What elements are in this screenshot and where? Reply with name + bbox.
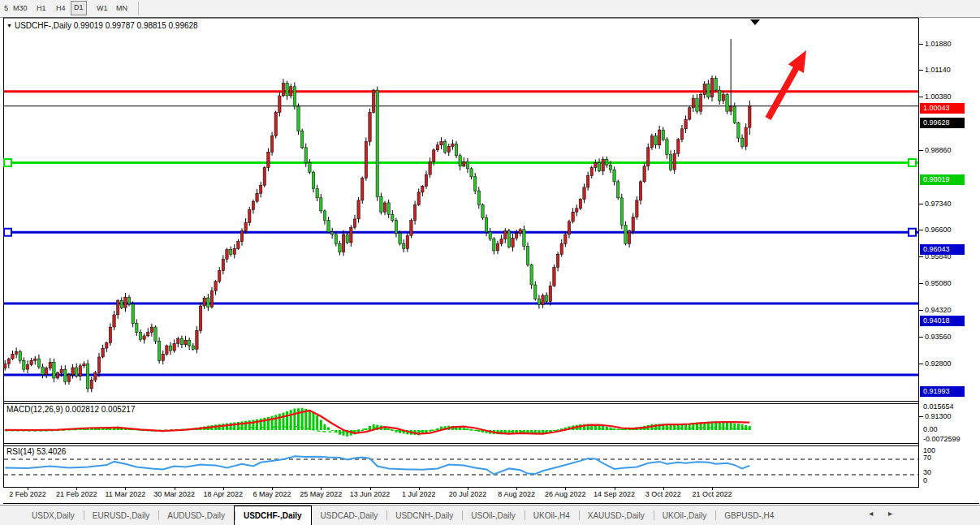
price-tick-mark [919, 230, 923, 230]
price-tick-mark [919, 416, 923, 417]
price-tick-label: 0.97340 [925, 200, 952, 208]
chart-title: ▼USDCHF-,Daily 0.99019 0.99787 0.98815 0… [6, 21, 198, 30]
price-tick-mark [919, 70, 923, 71]
chart-tab-gbpusd[interactable]: GBPUSD-,H4 [715, 506, 783, 525]
date-label: 30 Mar 2022 [153, 490, 195, 498]
macd-scale-label: 0.00 [923, 425, 938, 433]
price-badge-0.98019: 0.98019 [920, 174, 965, 185]
chart-tab-usdcnh[interactable]: USDCNH-,Daily [386, 506, 462, 525]
tab-scroll-arrows[interactable]: ◂ ▸ [869, 509, 899, 518]
date-label: 13 Jun 2022 [350, 490, 391, 498]
price-tick-label: 0.98860 [925, 146, 952, 154]
rsi-indicator-label: RSI(14) 53.4026 [6, 447, 66, 456]
chart-tab-ukoil[interactable]: UKOil-,H4 [525, 506, 579, 525]
price-tick-mark [919, 256, 923, 257]
chart-tab-bar: USDX,DailyEURUSD-,DailyAUDUSD-,DailyUSDC… [0, 505, 980, 525]
price-badge-0.99628: 0.99628 [920, 118, 965, 128]
price-tick-label: 0.96600 [925, 226, 952, 234]
hline-handle-left[interactable] [4, 159, 11, 166]
rsi-scale-label: 70 [923, 454, 931, 462]
chart-canvas[interactable] [0, 17, 980, 504]
price-tick-mark [919, 364, 923, 364]
price-tick-label: 1.00380 [925, 93, 952, 101]
timeframe-button-m30[interactable]: M30 [11, 2, 30, 15]
date-label: 18 Apr 2022 [204, 490, 244, 498]
chart-tab-usoil[interactable]: USOil-,Daily [462, 506, 524, 525]
price-badge-0.96043: 0.96043 [920, 244, 965, 255]
chart-tab-audusd[interactable]: AUDUSD-,Daily [158, 506, 234, 525]
rsi-scale-label: 0 [923, 476, 927, 484]
price-tick-mark [919, 44, 923, 45]
price-tick-mark [919, 204, 923, 204]
chart-tab-usdcad[interactable]: USDCAD-,Daily [312, 506, 387, 525]
toolbar-separator [138, 2, 139, 15]
timeframe-button-5[interactable]: 5 [2, 2, 11, 15]
date-label: 2 Feb 2022 [9, 490, 46, 498]
date-label: 25 May 2022 [300, 490, 342, 498]
mt4-terminal-window: { "toolbar": { "timeframes": [ {"label":… [0, 0, 980, 525]
price-tick-label: 1.01880 [925, 40, 952, 48]
price-badge-1.00043: 1.00043 [920, 103, 965, 114]
date-label: 26 Aug 2022 [545, 490, 586, 498]
hline-handle-right[interactable] [909, 159, 916, 166]
timeframe-button-w1[interactable]: W1 [94, 2, 110, 15]
hline-handle-left[interactable] [4, 229, 11, 236]
symbol-dropdown-icon[interactable]: ▼ [6, 23, 12, 28]
price-badge-0.91993: 0.91993 [920, 386, 965, 397]
price-tick-label: 0.92800 [925, 359, 952, 368]
price-tick-label: 0.91300 [925, 412, 952, 420]
chart-tab-ukoil[interactable]: UKOil-,Daily [654, 506, 715, 525]
hline-0.96043[interactable] [4, 229, 918, 236]
price-tick-mark [919, 97, 923, 97]
chart-title-text: USDCHF-,Daily 0.99019 0.99787 0.98815 0.… [15, 21, 198, 30]
timeframe-toolbar: 5M30H1H4D1W1MN [0, 0, 980, 18]
timeframe-button-d1[interactable]: D1 [71, 1, 87, 15]
price-tick-label: 1.01140 [925, 66, 951, 74]
price-tick-label: 0.93560 [925, 333, 952, 341]
price-tick-mark [919, 337, 923, 338]
macd-scale-label: 0.015654 [923, 402, 954, 411]
timeframe-button-mn[interactable]: MN [114, 2, 130, 15]
price-badge-0.94018: 0.94018 [920, 316, 965, 326]
timeframe-button-h1[interactable]: H1 [34, 2, 49, 15]
price-tick-mark [919, 150, 923, 151]
macd-signal-line [5, 411, 749, 434]
chart-tab-eurusd[interactable]: EURUSD-,Daily [84, 506, 159, 525]
price-tick-mark [919, 283, 923, 284]
rsi-scale-label: 30 [923, 468, 931, 476]
date-label: 11 Mar 2022 [105, 490, 145, 498]
price-tick-mark [919, 310, 923, 311]
date-label: 1 Jul 2022 [402, 490, 436, 498]
date-label: 3 Oct 2022 [645, 490, 681, 498]
macd-indicator-label: MACD(12,26,9) 0.002812 0.005217 [6, 405, 135, 414]
date-label: 8 Aug 2022 [498, 490, 535, 498]
chart-tab-usdx[interactable]: USDX,Daily [23, 506, 84, 525]
date-label: 14 Sep 2022 [594, 490, 635, 498]
date-label: 21 Feb 2022 [56, 490, 97, 498]
hline-handle-right[interactable] [909, 229, 916, 236]
trend-arrow-annotation[interactable] [766, 50, 807, 120]
timeframe-button-h4[interactable]: H4 [54, 2, 68, 15]
date-label: 21 Oct 2022 [692, 490, 732, 498]
price-tick-label: 0.94320 [925, 306, 952, 314]
price-tick-label: 0.95080 [925, 279, 952, 287]
chart-tab-xauusd[interactable]: XAUUSD-,Daily [579, 506, 654, 525]
date-label: 20 Jul 2022 [449, 490, 487, 498]
chart-tab-usdchf[interactable]: USDCHF-,Daily [234, 506, 312, 525]
date-label: 6 May 2022 [253, 490, 291, 498]
macd-scale-label: -0.0072599 [923, 435, 961, 443]
chart-shift-marker-icon [750, 19, 760, 25]
